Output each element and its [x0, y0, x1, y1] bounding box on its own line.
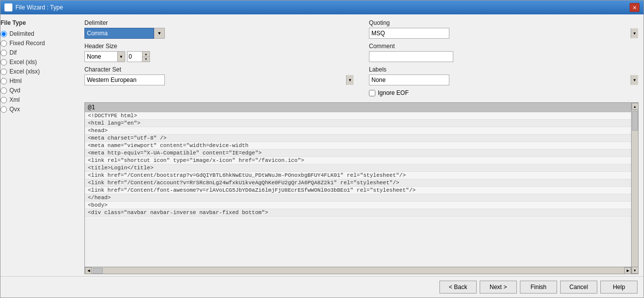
cancel-button[interactable]: Cancel: [560, 281, 597, 294]
v-scroll-thumb: [632, 111, 638, 131]
ignore-eof-label[interactable]: Ignore EOF: [378, 89, 409, 96]
radio-excel-xls-input[interactable]: [0, 59, 7, 66]
h-scrollbar: ◀ ▶: [85, 267, 631, 274]
header-size-none-select[interactable]: None 1 2: [84, 51, 125, 62]
preview-inner: @1 <!DOCTYPE html><html lang="en"><head>…: [85, 103, 631, 274]
left-panel: File Type Delimited Fixed Record Dif Exc…: [0, 14, 77, 276]
spinner-controls: ▲ ▼: [142, 52, 149, 62]
preview-lines-area: <!DOCTYPE html><html lang="en"><head> <m…: [85, 112, 631, 217]
title-bar-left: ⚙ File Wizard : Type: [4, 3, 63, 11]
labels-label: Labels: [369, 66, 639, 73]
radio-fixed-record-label[interactable]: Fixed Record: [9, 40, 45, 47]
quoting-label: Quoting: [369, 19, 639, 26]
preview-line: <title>Login</title>: [85, 164, 631, 172]
radio-qvd[interactable]: Qvd: [0, 87, 77, 94]
radio-qvd-input[interactable]: [0, 87, 7, 94]
preview-line: <link href="/Content/bootstrap?v=GdQIYBT…: [85, 172, 631, 179]
radio-qvx[interactable]: Qvx: [0, 106, 77, 113]
radio-xml[interactable]: Xml: [0, 96, 77, 103]
radio-html[interactable]: Html: [0, 77, 77, 84]
bottom-bar: < Back Next > Finish Cancel Help: [0, 276, 644, 298]
preview-line: <meta name="viewport" content="width=dev…: [85, 142, 631, 149]
radio-qvd-label[interactable]: Qvd: [9, 87, 20, 94]
next-button-label: Next >: [490, 284, 507, 291]
left-options-col: Delimiter Comma Tab Semicolon Space ▼: [84, 19, 354, 96]
preview-line: <meta charset="utf-8" />: [85, 135, 631, 142]
title-bar: ⚙ File Wizard : Type ✕: [0, 0, 644, 14]
h-scroll-left-button[interactable]: ◀: [85, 267, 92, 274]
help-button-label: Help: [613, 284, 625, 291]
comment-input[interactable]: [369, 51, 453, 62]
radio-html-input[interactable]: [0, 78, 7, 84]
top-options: Delimiter Comma Tab Semicolon Space ▼: [84, 19, 639, 96]
character-set-select[interactable]: Western European UTF-8 Unicode: [84, 74, 165, 85]
back-button-label: < Back: [449, 284, 467, 291]
content-area: File Type Delimited Fixed Record Dif Exc…: [0, 14, 644, 276]
delimiter-group: Delimiter Comma Tab Semicolon Space ▼: [84, 19, 354, 39]
right-panel: Delimiter Comma Tab Semicolon Space ▼: [77, 14, 644, 276]
radio-dif-label[interactable]: Dif: [9, 49, 17, 56]
radio-dif[interactable]: Dif: [0, 49, 77, 56]
labels-arrow: ▼: [631, 75, 638, 85]
comment-group: Comment: [369, 43, 639, 62]
preview-line: <div class="navbar navbar-inverse navbar…: [85, 209, 631, 217]
h-scroll-right-button[interactable]: ▶: [624, 267, 631, 274]
preview-line: <html lang="en">: [85, 120, 631, 127]
preview-scroll[interactable]: <!DOCTYPE html><html lang="en"><head> <m…: [85, 112, 631, 267]
preview-line: <!DOCTYPE html>: [85, 112, 631, 120]
finish-button[interactable]: Finish: [520, 281, 557, 294]
radio-delimited[interactable]: Delimited: [0, 30, 77, 37]
radio-excel-xls[interactable]: Excel (xls): [0, 59, 77, 66]
preview-line: <body>: [85, 202, 631, 209]
radio-excel-xlsx-input[interactable]: [0, 69, 7, 75]
delimiter-select[interactable]: Comma Tab Semicolon Space: [84, 28, 154, 39]
finish-button-label: Finish: [530, 284, 546, 291]
radio-excel-xlsx-label[interactable]: Excel (xlsx): [9, 68, 40, 75]
radio-delimited-input[interactable]: [0, 31, 7, 37]
preview-line: <link href="/Content/font-awesome?v=rlAV…: [85, 187, 631, 194]
radio-xml-input[interactable]: [0, 97, 7, 103]
file-type-label: File Type: [0, 19, 77, 26]
v-scroll-down-button[interactable]: ▼: [632, 267, 639, 274]
v-scroll-up-button[interactable]: ▲: [632, 103, 639, 110]
delimiter-dropdown-button[interactable]: ▼: [154, 28, 165, 39]
close-button[interactable]: ✕: [630, 3, 640, 12]
spinner-down-button[interactable]: ▼: [143, 57, 149, 62]
character-set-arrow: ▼: [346, 75, 354, 85]
radio-html-label[interactable]: Html: [9, 77, 22, 84]
main-window: ⚙ File Wizard : Type ✕ File Type Delimit…: [0, 0, 644, 298]
radio-xml-label[interactable]: Xml: [9, 96, 20, 103]
ignore-eof-row: Ignore EOF: [369, 89, 639, 96]
help-button[interactable]: Help: [600, 281, 638, 294]
preview-line: <head>: [85, 127, 631, 135]
labels-select[interactable]: None Embedded Explicit: [369, 74, 449, 85]
radio-fixed-record-input[interactable]: [0, 40, 7, 47]
spinner-input[interactable]: [128, 53, 142, 61]
radio-qvx-label[interactable]: Qvx: [9, 106, 20, 113]
ignore-eof-checkbox[interactable]: [369, 90, 375, 96]
v-scroll-track: [632, 110, 639, 267]
radio-excel-xlsx[interactable]: Excel (xlsx): [0, 68, 77, 75]
app-icon: ⚙: [4, 3, 12, 11]
radio-dif-input[interactable]: [0, 50, 7, 56]
quoting-group: Quoting MSQ None Standard ▼: [369, 19, 639, 39]
comment-label: Comment: [369, 43, 639, 50]
radio-fixed-record[interactable]: Fixed Record: [0, 40, 77, 47]
character-set-label: Character Set: [84, 66, 354, 73]
right-options-col: Quoting MSQ None Standard ▼ Comment: [369, 19, 639, 96]
spinner-up-button[interactable]: ▲: [143, 52, 149, 57]
quoting-select[interactable]: MSQ None Standard: [369, 28, 449, 39]
next-button[interactable]: Next >: [480, 281, 517, 294]
v-scrollbar: ▲ ▼: [631, 103, 638, 274]
radio-qvx-input[interactable]: [0, 106, 7, 113]
preview-container: @1 <!DOCTYPE html><html lang="en"><head>…: [84, 102, 639, 274]
h-scroll-track: [92, 267, 624, 274]
quoting-arrow: ▼: [631, 28, 638, 38]
back-button[interactable]: < Back: [439, 281, 477, 294]
radio-excel-xls-label[interactable]: Excel (xls): [9, 59, 37, 66]
radio-delimited-label[interactable]: Delimited: [9, 30, 34, 37]
cancel-button-label: Cancel: [570, 284, 588, 291]
preview-header: @1: [85, 103, 631, 112]
header-size-group: Header Size None 1 2 ▼: [84, 43, 354, 62]
character-set-group: Character Set Western European UTF-8 Uni…: [84, 66, 354, 85]
